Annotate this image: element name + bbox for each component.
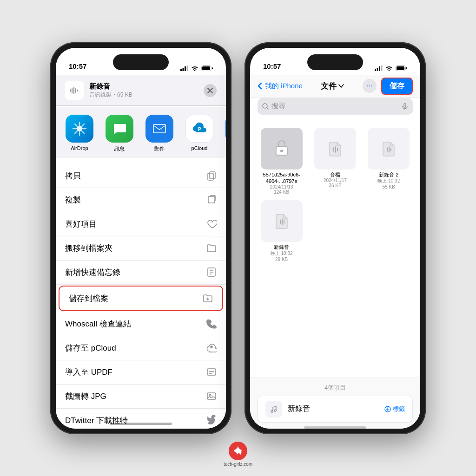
nav-more-button[interactable]: ···	[363, 79, 377, 93]
wifi-icon	[191, 65, 198, 71]
svg-rect-29	[404, 104, 406, 107]
svg-rect-16	[208, 196, 215, 203]
file-name-3: 新錄音 2	[377, 171, 400, 178]
more-share-item[interactable]: ···	[223, 115, 226, 152]
nav-save-label: 儲存	[390, 82, 404, 90]
share-file-title: 新錄音	[89, 82, 198, 91]
nav-save-button[interactable]: 儲存	[381, 78, 413, 95]
mail-share-item[interactable]: 郵件	[143, 115, 176, 152]
search-bar[interactable]: 搜尋	[258, 98, 413, 115]
action-move-label: 搬移到檔案夾	[65, 243, 112, 254]
watermark-logo	[229, 442, 247, 460]
svg-rect-2	[185, 66, 186, 71]
waveform-icon	[69, 85, 79, 96]
action-duplicate-label: 複製	[65, 195, 81, 205]
svg-point-34	[274, 410, 276, 411]
close-icon	[207, 88, 213, 93]
messages-icon	[106, 115, 133, 143]
svg-rect-10	[77, 90, 78, 91]
svg-rect-22	[375, 69, 376, 71]
image-icon	[206, 391, 217, 401]
new-recording-bar: 新錄音 標籤	[258, 396, 413, 423]
file-info-3: 新錄音 2 晚上 10:32 55 KB	[377, 171, 400, 189]
file-date-3: 晚上 10:32	[377, 178, 400, 184]
phone-2: 10:57 我的 iPhone 文件	[245, 42, 426, 434]
action-quicknote[interactable]: 新增快速備忘錄	[56, 261, 226, 285]
pcloud-icon: P	[185, 115, 213, 143]
file-info-2: 音檔 2024/11/17 36 KB	[324, 171, 347, 188]
mail-icon	[145, 115, 173, 143]
file-thumb-3	[368, 128, 410, 170]
file-item-1[interactable]: 5571d25a-90c6-4604-...8797e 2024/11/13 1…	[258, 128, 305, 195]
svg-point-18	[211, 346, 212, 348]
messages-share-item[interactable]: 訊息	[103, 115, 136, 152]
action-pcloud[interactable]: 儲存至 pCloud	[56, 336, 226, 360]
copy-icon	[206, 170, 217, 181]
file-item-4[interactable]: 新錄音 晚上 10:32 29 KB	[258, 200, 305, 262]
share-file-subtitle: 音訊錄製・65 KB	[89, 91, 198, 99]
svg-rect-3	[187, 65, 188, 71]
heart-icon	[206, 219, 217, 229]
wifi-icon-2	[385, 65, 393, 71]
audio-file-icon-2	[380, 140, 397, 157]
file-info-1: 5571d25a-90c6-4604-...8797e 2024/11/13 1…	[258, 171, 305, 195]
file-item-2[interactable]: 音檔 2024/11/17 36 KB	[311, 128, 359, 195]
file-size-3: 55 KB	[377, 184, 400, 189]
memo-icon	[206, 267, 217, 277]
action-save-files[interactable]: 儲存到檔案	[59, 286, 223, 311]
tag-icon	[384, 406, 391, 412]
action-dtwitter[interactable]: DTwitter 下載推特	[56, 409, 226, 429]
folder-move-icon	[206, 243, 217, 253]
watermark-text: tech-girlz.com	[224, 462, 252, 467]
new-recording-tag[interactable]: 標籤	[384, 405, 405, 413]
action-whoscall[interactable]: Whoscall 檢查連結	[56, 312, 226, 336]
action-screenshot[interactable]: 截圖轉 JPG	[56, 385, 226, 409]
svg-point-32	[280, 150, 283, 152]
mail-symbol	[152, 121, 167, 136]
file-item-3[interactable]: 新錄音 2 晚上 10:32 55 KB	[365, 128, 413, 195]
pcloud-label: pCloud	[192, 145, 208, 151]
action-updf[interactable]: 導入至 UPDF	[56, 360, 226, 385]
battery-icon	[201, 65, 213, 71]
folder-save-icon	[203, 293, 213, 303]
action-quicknote-label: 新增快速備忘錄	[65, 267, 120, 278]
pcloud-symbol: P	[192, 121, 207, 136]
action-list: 拷貝 複製 喜好項目 搬移到檔案夾 新增快速備忘錄	[56, 164, 226, 429]
action-copy-label: 拷貝	[65, 170, 81, 181]
share-close-button[interactable]	[204, 84, 217, 97]
nav-back-button[interactable]: 我的 iPhone	[258, 82, 303, 91]
twitter-icon	[206, 415, 217, 425]
file-thumb-1	[261, 128, 303, 170]
svg-text:P: P	[198, 127, 201, 132]
file-thumb-2	[314, 128, 356, 170]
svg-rect-6	[70, 89, 71, 92]
action-duplicate[interactable]: 複製	[56, 188, 226, 212]
items-count: 4個項目	[250, 378, 420, 396]
action-move[interactable]: 搬移到檔案夾	[56, 236, 226, 261]
action-favorite[interactable]: 喜好項目	[56, 212, 226, 236]
dynamic-island-1	[113, 54, 169, 70]
action-pcloud-label: 儲存至 pCloud	[65, 343, 116, 353]
watermark: tech-girlz.com	[224, 442, 252, 467]
status-icons-1	[180, 65, 213, 71]
svg-point-33	[271, 411, 273, 412]
svg-rect-12	[153, 124, 165, 133]
action-copy[interactable]: 拷貝	[56, 164, 226, 188]
share-file-icon	[65, 81, 84, 100]
dynamic-island-2	[307, 54, 363, 70]
svg-rect-23	[377, 68, 378, 71]
airdrop-share-item[interactable]: AirDrop	[63, 115, 96, 152]
file-name-2: 音檔	[324, 171, 347, 178]
share-header: 新錄音 音訊錄製・65 KB	[56, 75, 226, 106]
phone-icon	[206, 319, 217, 329]
rocket-icon	[232, 445, 244, 456]
svg-rect-1	[183, 68, 184, 71]
files-nav: 我的 iPhone 文件 ··· 儲存	[250, 75, 420, 98]
svg-rect-27	[397, 66, 404, 70]
pcloud-share-item[interactable]: P pCloud	[183, 115, 216, 152]
action-save-files-wrapper: 儲存到檔案	[56, 285, 226, 312]
signal-icon-2	[375, 65, 383, 71]
music-note-icon	[270, 405, 278, 413]
file-date-2: 2024/11/17	[324, 178, 347, 183]
signal-icon	[180, 65, 188, 71]
